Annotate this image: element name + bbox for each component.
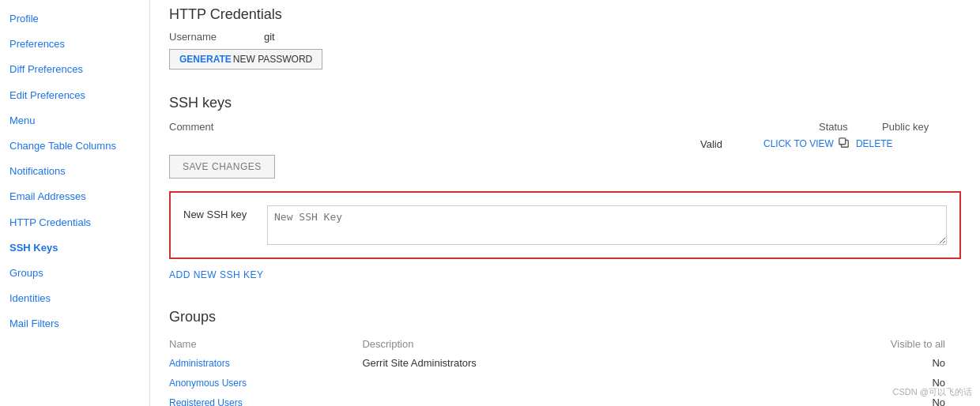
http-credentials-section: HTTP Credentials Username git GENERATE N… [169, 0, 961, 82]
sidebar-item-menu[interactable]: Menu [0, 108, 149, 133]
generate-new-password-button[interactable]: GENERATE NEW PASSWORD [169, 49, 322, 70]
sidebar-item-preferences[interactable]: Preferences [0, 32, 149, 57]
sidebar: Profile Preferences Diff Preferences Edi… [0, 0, 150, 406]
groups-title: Groups [169, 309, 961, 325]
sidebar-item-change-table-columns[interactable]: Change Table Columns [0, 133, 149, 159]
new-ssh-key-input[interactable] [267, 205, 947, 245]
ssh-key-actions: CLICK TO VIEW DELETE [763, 137, 961, 150]
group-name-anonymous-users: Anonymous Users [169, 373, 362, 393]
main-content: HTTP Credentials Username git GENERATE N… [150, 0, 980, 406]
group-desc-registered-users [362, 393, 845, 406]
add-new-ssh-key-link[interactable]: ADD NEW SSH KEY [169, 269, 264, 280]
watermark: CSDN @可以飞的话 [893, 386, 972, 398]
sidebar-item-identities[interactable]: Identities [0, 286, 149, 311]
save-changes-button[interactable]: SAVE CHANGES [169, 155, 275, 179]
generate-rest: NEW PASSWORD [233, 54, 312, 65]
username-value: git [264, 31, 275, 43]
sidebar-item-edit-preferences[interactable]: Edit Preferences [0, 83, 149, 108]
administrators-link[interactable]: Administrators [169, 358, 230, 369]
http-credentials-heading: HTTP Credentials [169, 0, 961, 23]
ssh-keys-table-header: Comment Status Public key [169, 121, 961, 133]
status-col-header: Status [819, 121, 882, 133]
sidebar-item-ssh-keys[interactable]: SSH Keys [0, 235, 149, 261]
table-row: Administrators Gerrit Site Administrator… [169, 353, 961, 373]
new-ssh-key-box: New SSH key [169, 191, 961, 259]
group-desc-administrators: Gerrit Site Administrators [362, 353, 845, 373]
registered-users-link[interactable]: Registered Users [169, 397, 243, 406]
new-ssh-key-label: New SSH key [183, 205, 254, 220]
group-visible-administrators: No [845, 353, 961, 373]
groups-table-header-row: Name Description Visible to all [169, 335, 961, 353]
comment-col-header: Comment [169, 121, 819, 133]
sidebar-item-mail-filters[interactable]: Mail Filters [0, 311, 149, 336]
groups-visible-col-header: Visible to all [845, 335, 961, 353]
delete-link[interactable]: DELETE [856, 138, 893, 149]
sidebar-item-diff-preferences[interactable]: Diff Preferences [0, 57, 149, 82]
ssh-keys-section: SSH keys Comment Status Public key Valid… [169, 95, 961, 296]
table-row: Registered Users No [169, 393, 961, 406]
copy-icon[interactable] [839, 137, 851, 150]
groups-table: Name Description Visible to all Administ… [169, 335, 961, 406]
groups-section: Groups Name Description Visible to all A… [169, 309, 961, 406]
username-label: Username [169, 31, 264, 43]
sidebar-item-http-credentials[interactable]: HTTP Credentials [0, 210, 149, 235]
groups-desc-col-header: Description [362, 335, 845, 353]
group-desc-anonymous-users [362, 373, 845, 393]
sidebar-item-groups[interactable]: Groups [0, 261, 149, 286]
username-row: Username git [169, 31, 961, 43]
sidebar-item-notifications[interactable]: Notifications [0, 159, 149, 184]
table-row: Anonymous Users No [169, 373, 961, 393]
generate-highlight: GENERATE [179, 54, 232, 65]
click-to-view-link[interactable]: CLICK TO VIEW [763, 138, 834, 149]
sidebar-item-profile[interactable]: Profile [0, 6, 149, 32]
anonymous-users-link[interactable]: Anonymous Users [169, 378, 247, 389]
group-name-registered-users: Registered Users [169, 393, 362, 406]
group-name-administrators: Administrators [169, 353, 362, 373]
ssh-key-status: Valid [700, 138, 763, 150]
sidebar-item-email-addresses[interactable]: Email Addresses [0, 184, 149, 209]
pubkey-col-header: Public key [882, 121, 961, 133]
svg-rect-1 [839, 138, 846, 145]
ssh-keys-title: SSH keys [169, 95, 961, 111]
groups-name-col-header: Name [169, 335, 362, 353]
ssh-key-row: Valid CLICK TO VIEW DELETE [169, 137, 961, 150]
